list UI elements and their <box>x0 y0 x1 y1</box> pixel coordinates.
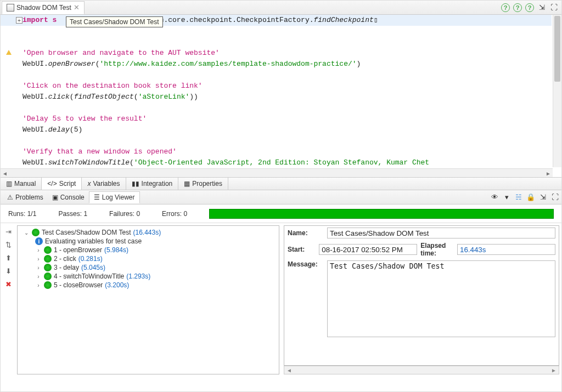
tab-log-viewer[interactable]: ☰ Log Viewer <box>89 191 140 203</box>
message-field[interactable] <box>327 260 555 337</box>
dropdown-icon[interactable]: ▾ <box>502 193 511 202</box>
tab-problems[interactable]: ⚠ Problems <box>3 191 48 203</box>
elapsed-label: Elapsed time: <box>420 242 454 257</box>
tree-item-duration: (5.045s) <box>81 264 105 271</box>
tree-item-label: 5 - closeBrowser <box>54 281 103 289</box>
horizontal-scrollbar[interactable]: ◄ ► <box>1 168 553 177</box>
tree-item-duration: (1.293s) <box>126 272 150 280</box>
tab-script[interactable]: </> Script <box>42 178 82 190</box>
expand-icon[interactable]: › <box>35 274 42 280</box>
code-editor[interactable]: import s on.core.checkpoint.CheckpointFa… <box>23 15 550 167</box>
step-down-icon[interactable]: ⬇ <box>3 266 14 276</box>
clear-icon[interactable]: ✖ <box>3 279 14 289</box>
help-icon[interactable]: ? <box>501 3 510 12</box>
close-icon[interactable]: ✕ <box>74 3 80 12</box>
failures-count: Failures: 0 <box>109 210 140 218</box>
pass-icon <box>44 255 52 263</box>
expand-h-icon[interactable]: ⇥ <box>3 226 14 236</box>
errors-count: Errors: 0 <box>162 210 187 218</box>
pass-icon <box>44 281 52 289</box>
expand-icon[interactable]: › <box>35 265 42 271</box>
testcase-icon <box>7 4 14 12</box>
expand-icon[interactable]: › <box>35 256 42 262</box>
tree-item-label: 4 - switchToWindowTitle <box>54 272 124 280</box>
expand-icon[interactable]: ⌄ <box>23 230 30 236</box>
warning-icon <box>6 50 12 55</box>
progress-bar <box>209 209 554 219</box>
pass-icon <box>44 246 52 254</box>
collapse-icon[interactable]: ⇲ <box>538 193 547 202</box>
tree-root-label: Test Cases/Shadow DOM Test <box>42 229 131 236</box>
scroll-right-icon[interactable]: ► <box>549 367 559 373</box>
name-field[interactable] <box>327 228 555 238</box>
elapsed-field[interactable] <box>457 244 555 255</box>
scroll-right-icon[interactable]: ► <box>544 169 553 177</box>
tree-item-duration: (3.200s) <box>105 281 129 289</box>
detail-scrollbar[interactable]: ◄ ► <box>284 366 559 374</box>
expand-icon[interactable]: › <box>35 247 42 253</box>
help-icon[interactable]: ? <box>525 3 534 12</box>
message-label: Message: <box>288 260 324 268</box>
start-field[interactable] <box>319 244 417 255</box>
tree-item-label: 2 - click <box>54 255 76 263</box>
tree-item-duration: (5.984s) <box>104 246 128 254</box>
passes-count: Passes: 1 <box>58 210 87 218</box>
info-icon: i <box>35 237 43 245</box>
tab-manual[interactable]: ▥ Manual <box>1 178 42 190</box>
tab-console[interactable]: ▣ Console <box>48 191 89 203</box>
pass-icon <box>44 272 52 280</box>
detail-panel: Name: Start: Elapsed time: Message: <box>284 225 559 366</box>
expand-v-icon[interactable]: ⇅ <box>3 240 14 249</box>
scroll-left-icon[interactable]: ◄ <box>1 169 9 177</box>
maximize-icon[interactable]: ⛶ <box>550 193 559 202</box>
runs-count: Runs: 1/1 <box>8 210 36 218</box>
start-label: Start: <box>288 246 316 253</box>
tree-item-duration: (0.281s) <box>78 255 103 263</box>
tree-root-duration: (16.443s) <box>133 229 161 236</box>
step-up-icon[interactable]: ⬆ <box>3 253 14 263</box>
collapse-icon[interactable]: ⇲ <box>537 3 546 12</box>
watch-icon[interactable]: 👁 <box>490 193 499 202</box>
tab-properties[interactable]: ▦ Properties <box>178 178 228 190</box>
scroll-left-icon[interactable]: ◄ <box>284 367 294 373</box>
lock-icon[interactable]: 🔒 <box>526 193 535 202</box>
editor-tab[interactable]: Shadow DOM Test ✕ <box>2 1 85 14</box>
vertical-scrollbar[interactable] <box>553 15 561 167</box>
editor-tab-title: Shadow DOM Test <box>16 4 71 12</box>
tree-item-label: 3 - delay <box>54 264 79 271</box>
tree-eval-label: Evaluating variables for test case <box>45 237 142 245</box>
maximize-icon[interactable]: ⛶ <box>549 3 558 12</box>
help-icon[interactable]: ? <box>513 3 522 12</box>
tree-view-icon[interactable]: ☵ <box>514 193 523 202</box>
tab-variables[interactable]: x Variables <box>82 178 126 190</box>
pass-icon <box>32 229 40 236</box>
fold-plus-icon[interactable]: + <box>16 17 23 24</box>
expand-icon[interactable]: › <box>35 282 42 288</box>
tab-integration[interactable]: ▮▮ Integration <box>126 178 179 190</box>
pass-icon <box>44 264 52 271</box>
tooltip: Test Cases/Shadow DOM Test <box>66 16 163 27</box>
results-tree[interactable]: ⌄ Test Cases/Shadow DOM Test (16.443s) i… <box>17 225 279 374</box>
tree-item-label: 1 - openBrowser <box>54 246 102 254</box>
name-label: Name: <box>288 229 324 237</box>
